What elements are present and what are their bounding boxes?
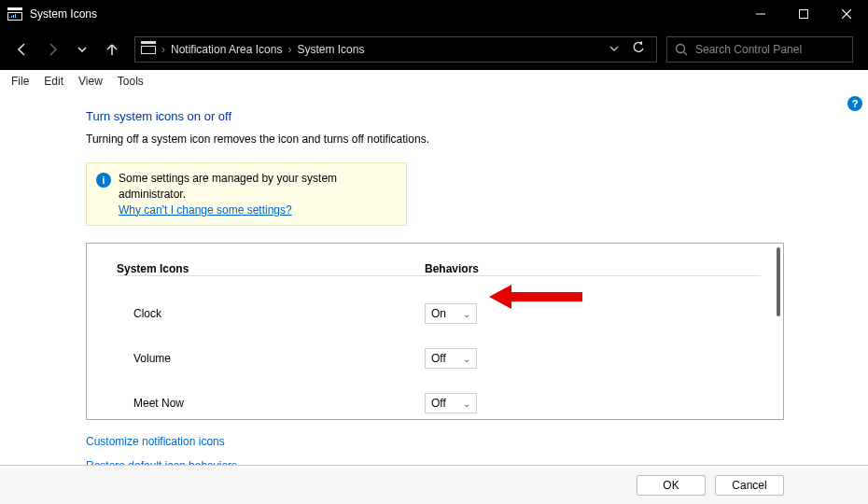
breadcrumb-item[interactable]: Notification Area Icons (171, 43, 282, 56)
column-header-behaviors: Behaviors (425, 262, 761, 275)
svg-rect-5 (13, 15, 14, 18)
meet-now-behavior-dropdown[interactable]: Off ⌄ (425, 393, 477, 413)
up-button[interactable] (97, 35, 127, 64)
chevron-down-icon: ⌄ (463, 399, 470, 409)
content-area: ? Turn system icons on or off Turning of… (0, 92, 868, 472)
svg-rect-4 (11, 16, 12, 18)
page-subtext: Turning off a system icon removes the ic… (86, 133, 868, 146)
svg-rect-0 (7, 7, 22, 10)
menu-file[interactable]: File (4, 73, 36, 90)
search-placeholder: Search Control Panel (695, 43, 802, 56)
address-bar[interactable]: › Notification Area Icons › System Icons (134, 36, 657, 63)
help-icon[interactable]: ? (847, 96, 862, 111)
back-button[interactable] (7, 35, 37, 64)
breadcrumb-separator-icon: › (161, 43, 165, 56)
row-meet-now: Meet Now Off ⌄ (117, 381, 761, 426)
window-title: System Icons (30, 7, 739, 21)
svg-rect-8 (800, 10, 808, 19)
address-icon (141, 41, 156, 57)
ok-button[interactable]: OK (637, 475, 706, 496)
column-header-system-icons: System Icons (117, 262, 425, 275)
svg-point-14 (677, 44, 685, 52)
close-button[interactable] (825, 0, 868, 28)
row-label: Meet Now (117, 397, 425, 410)
row-volume: Volume Off ⌄ (117, 336, 761, 381)
menu-view[interactable]: View (71, 73, 110, 90)
clock-behavior-dropdown[interactable]: On ⌄ (425, 303, 477, 324)
window-icon (7, 7, 22, 21)
window-title-bar: System Icons (0, 0, 868, 28)
dropdown-value: Off (431, 352, 446, 365)
menu-edit[interactable]: Edit (36, 73, 71, 90)
svg-line-15 (684, 51, 688, 55)
page-heading: Turn system icons on or off (86, 109, 868, 123)
info-banner: i Some settings are managed by your syst… (86, 162, 407, 226)
svg-rect-3 (9, 17, 10, 18)
maximize-button[interactable] (782, 0, 825, 28)
dropdown-value: On (431, 307, 446, 320)
dialog-footer: OK Cancel (0, 465, 868, 504)
banner-link[interactable]: Why can't I change some settings? (119, 203, 292, 218)
search-input[interactable]: Search Control Panel (666, 36, 853, 63)
chevron-down-icon: ⌄ (463, 354, 470, 364)
settings-panel: System Icons Behaviors Clock On ⌄ Volume… (86, 243, 784, 420)
volume-behavior-dropdown[interactable]: Off ⌄ (425, 348, 477, 369)
row-label: Clock (117, 307, 425, 320)
scrollbar[interactable] (777, 247, 780, 316)
cancel-button[interactable]: Cancel (715, 475, 784, 496)
menu-bar: File Edit View Tools (0, 70, 868, 92)
svg-rect-6 (15, 14, 16, 18)
refresh-button[interactable] (626, 41, 651, 57)
info-icon: i (96, 173, 111, 188)
forward-button[interactable] (37, 35, 67, 64)
navigation-bar: › Notification Area Icons › System Icons… (0, 28, 868, 70)
customize-link[interactable]: Customize notification icons (86, 435, 868, 448)
chevron-down-icon: ⌄ (463, 309, 470, 319)
breadcrumb-separator-icon: › (287, 43, 291, 56)
recent-locations-button[interactable] (67, 35, 97, 64)
row-clock: Clock On ⌄ (117, 291, 761, 336)
search-icon (675, 43, 688, 56)
banner-text: Some settings are managed by your system… (119, 171, 397, 203)
dropdown-value: Off (431, 397, 446, 410)
svg-rect-13 (142, 47, 155, 53)
menu-tools[interactable]: Tools (110, 73, 151, 90)
svg-rect-11 (141, 41, 156, 44)
address-dropdown-icon[interactable] (604, 43, 624, 56)
breadcrumb-item[interactable]: System Icons (297, 43, 364, 56)
row-label: Volume (117, 352, 425, 365)
minimize-button[interactable] (739, 0, 782, 28)
